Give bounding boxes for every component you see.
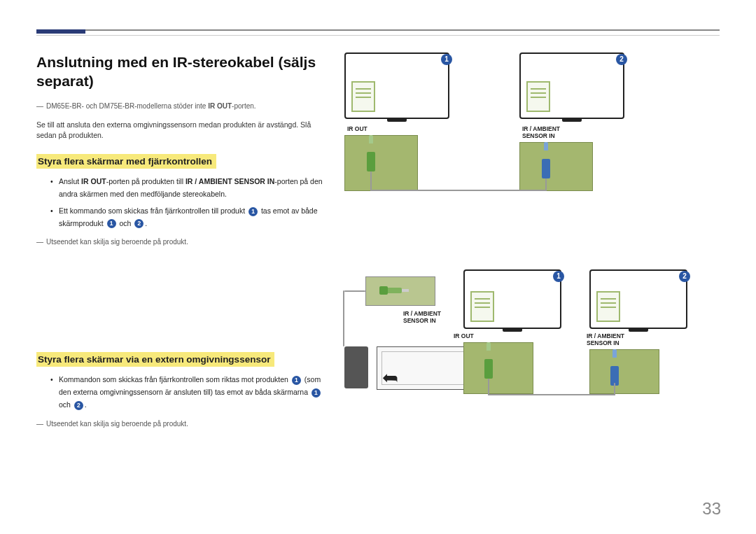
cable-icon xyxy=(488,379,489,395)
circle-two-icon: 2 xyxy=(679,271,690,282)
section1-bullet-2: Ett kommando som skickas från fjärrkontr… xyxy=(50,205,323,230)
cable-icon xyxy=(344,290,365,292)
port-label-ir-out: IR OUT xyxy=(454,332,474,339)
header-accent-bar xyxy=(36,29,720,31)
intro-paragraph: Se till att ansluta den externa omgivnin… xyxy=(36,120,323,142)
circle-one-icon: 1 xyxy=(553,271,564,282)
header-divider xyxy=(36,35,720,36)
sensor-device-icon xyxy=(344,346,368,388)
port-panel-icon xyxy=(344,135,418,191)
circle-one-icon: 1 xyxy=(292,376,301,385)
port-panel-icon xyxy=(519,142,593,191)
circle-one-icon: 1 xyxy=(107,219,116,228)
circle-two-icon: 2 xyxy=(134,219,144,228)
diagram-2: IR / AMBIENT SENSOR IN ➦ 1 IR OUT 2 IR / xyxy=(337,276,720,472)
section2-footnote: ―Utseendet kan skilja sig beroende på pr… xyxy=(36,419,323,429)
jack-green-icon xyxy=(367,143,375,171)
circle-one-icon: 1 xyxy=(312,388,321,398)
jack-blue-icon xyxy=(542,150,550,178)
section1-heading: Styra flera skärmar med fjärrkontrollen xyxy=(36,154,216,169)
cable-icon xyxy=(343,290,344,346)
cable-icon xyxy=(370,190,547,191)
tv-2-icon xyxy=(589,269,687,329)
jack-blue-icon xyxy=(610,358,619,386)
port-panel-icon xyxy=(463,342,533,394)
port-label-sensor-in: SENSOR IN xyxy=(522,132,555,139)
cable-icon xyxy=(545,178,547,191)
tv-2-icon xyxy=(519,52,624,119)
model-note: ―DM65E-BR- och DM75E-BR-modellerna stöde… xyxy=(36,101,323,111)
cable-icon xyxy=(614,383,615,395)
cable-icon xyxy=(488,394,615,395)
circle-one-icon: 1 xyxy=(441,54,452,65)
circle-two-icon: 2 xyxy=(74,401,83,410)
port-label-ir-out: IR OUT xyxy=(347,125,368,132)
port-label-ir-ambient: IR / AMBIENT xyxy=(403,310,441,317)
diagram-1: 1 IR OUT 2 IR / AMBIENT SENSOR IN xyxy=(337,52,720,206)
section1-footnote: ―Utseendet kan skilja sig beroende på pr… xyxy=(36,237,323,247)
port-label-ir-ambient: IR / AMBIENT xyxy=(522,125,560,132)
tv-1-icon xyxy=(463,269,561,329)
page-title: Anslutning med en IR-stereokabel (säljs … xyxy=(36,52,323,91)
port-label-sensor-in: SENSOR IN xyxy=(403,317,436,324)
circle-one-icon: 1 xyxy=(248,207,258,216)
section1-list: Anslut IR OUT-porten på produkten till I… xyxy=(36,176,323,230)
circle-two-icon: 2 xyxy=(616,54,627,65)
page-number: 33 xyxy=(702,499,721,519)
cable-icon xyxy=(370,171,372,191)
arrow-icon: ➦ xyxy=(382,366,398,389)
port-panel-icon xyxy=(589,349,659,394)
section2-list: Kommandon som skickas från fjärrkontroll… xyxy=(36,374,323,412)
section1-bullet-1: Anslut IR OUT-porten på produkten till I… xyxy=(50,176,323,201)
tv-1-icon xyxy=(344,52,449,119)
section2-heading: Styra flera skärmar via en extern omgivn… xyxy=(36,352,274,367)
jack-green-horizontal-icon xyxy=(379,285,409,297)
port-label-ir-ambient: IR / AMBIENT xyxy=(587,332,624,339)
section2-bullet-1: Kommandon som skickas från fjärrkontroll… xyxy=(50,374,323,412)
port-label-sensor-in: SENSOR IN xyxy=(587,339,620,346)
jack-green-icon xyxy=(484,351,493,379)
